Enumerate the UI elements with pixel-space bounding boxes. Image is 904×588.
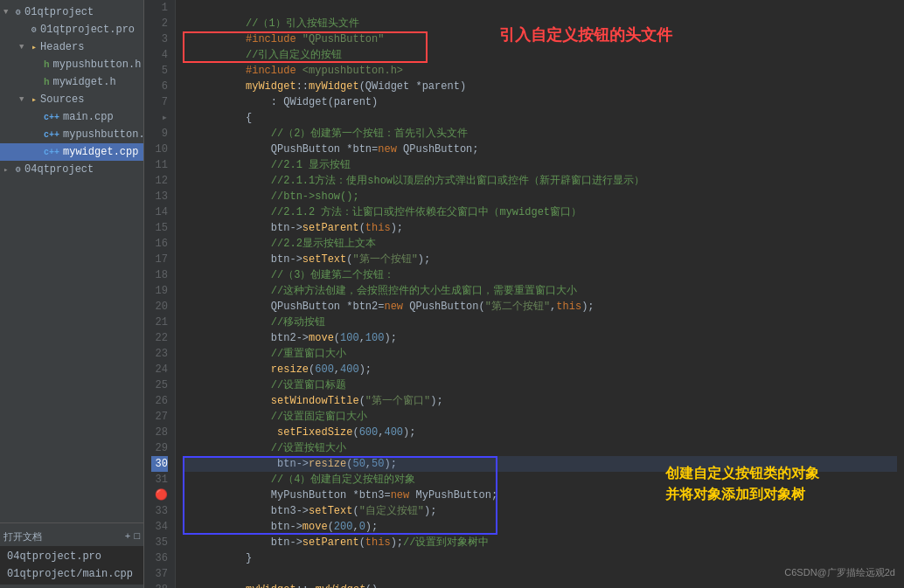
tree-item-mypushbutton-h[interactable]: h mypushbutton.h: [0, 56, 143, 73]
ln-21: 21: [151, 315, 168, 330]
code-line-12: //btn->show();: [183, 173, 897, 189]
tree-item-headers[interactable]: ▼ ▸ Headers: [0, 38, 143, 56]
code-line-13: //2.1.2 方法：让窗口或控件依赖在父窗口中（mywidget窗口）: [183, 189, 897, 204]
file-tree: ▼ ⚙ 01qtproject ⚙ 01qtproject.pro ▼ ▸ He…: [0, 0, 143, 522]
ln-3: 3: [151, 31, 168, 47]
code-line-23: resize(600,400);: [183, 346, 897, 362]
open-docs-list: 04qtproject.pro 01qtproject/main.cpp: [0, 546, 143, 585]
tree-item-label: Sources: [40, 93, 84, 106]
code-line-7: {: [183, 94, 897, 110]
code-line-3: //引入自定义的按钮: [183, 31, 897, 47]
open-doc-item-2[interactable]: 01qtproject/main.cpp: [0, 565, 143, 583]
tree-item-label: mypushbutton.h: [53, 59, 142, 71]
code-line-25: setWindowTitle("第一个窗口");: [183, 377, 897, 393]
doc-label: 01qtproject/main.cpp: [7, 568, 133, 580]
ln-16: 16: [151, 236, 168, 252]
code-line-18: //这种方法创建，会按照控件的大小生成窗口，需要重置窗口大小: [183, 267, 897, 283]
ln-12: 12: [151, 173, 168, 189]
ln-18: 18: [151, 267, 168, 283]
ln-32: 🔴: [151, 488, 168, 503]
ln-15: 15: [151, 220, 168, 236]
doc-label: 04qtproject.pro: [7, 550, 101, 563]
cpp-icon: c++: [44, 113, 59, 122]
code-line-38: ▸ myWidget::~myWidget(): [183, 582, 897, 588]
code-line-32: btn3->setText("自定义按钮");: [183, 488, 897, 503]
code-line-4: #include <mypushbutton.h>: [183, 47, 897, 63]
folder-icon: ▸: [31, 94, 37, 105]
ln-33: 33: [151, 503, 168, 519]
watermark: C6SDN@广罗描绘远观2d: [784, 566, 895, 579]
ln-25: 25: [151, 377, 168, 393]
ln-26: 26: [151, 393, 168, 409]
tree-item-mypushbutton-cpp[interactable]: c++ mypushbutton.cpp: [0, 126, 143, 143]
ln-28: 28: [151, 425, 168, 440]
code-line-26: //设置固定窗口大小: [183, 393, 897, 409]
arrow-icon: ▼: [19, 43, 31, 52]
ln-5: 5: [151, 63, 168, 79]
tree-item-pro[interactable]: ⚙ 01qtproject.pro: [0, 21, 143, 38]
code-line-8: //（2）创建第一个按钮：首先引入头文件: [183, 110, 897, 126]
ln-14: 14: [151, 204, 168, 220]
tree-item-04qtproject[interactable]: ▸ ⚙ 04qtproject: [0, 161, 143, 178]
ln-31: 31: [151, 472, 168, 488]
code-line-11: //2.1.1方法：使用show以顶层的方式弹出窗口或控件（新开辟窗口进行显示）: [183, 157, 897, 173]
ln-30: 30: [151, 456, 168, 472]
code-line-33: btn->move(200,0);: [183, 503, 897, 519]
code-editor: 1 2 3 4 5 6 7 ▸ 9 10 11 12 13 14 15 16 1…: [144, 0, 904, 588]
code-lines[interactable]: //（1）引入按钮头文件 #include "QPushButton" //引入…: [176, 0, 904, 588]
code-line-19: QPushButton *btn2=new QPushButton("第二个按钮…: [183, 283, 897, 299]
add-doc-button[interactable]: +: [125, 531, 131, 542]
h-icon: h: [44, 77, 50, 87]
ln-35: 35: [151, 535, 168, 550]
code-line-14: btn->setParent(this);: [183, 204, 897, 220]
tree-item-sources[interactable]: ▼ ▸ Sources: [0, 91, 143, 108]
code-content: 1 2 3 4 5 6 7 ▸ 9 10 11 12 13 14 15 16 1…: [144, 0, 904, 588]
tree-item-label: 04qtproject: [24, 163, 94, 176]
ln-1: 1: [151, 0, 168, 16]
ln-9: 9: [151, 126, 168, 142]
tree-item-mywidget-cpp[interactable]: c++ mywidget.cpp: [0, 143, 143, 161]
tree-item-label: main.cpp: [63, 111, 114, 123]
ln-10: 10: [151, 142, 168, 157]
ln-38: 38: [151, 582, 168, 588]
ln-19: 19: [151, 283, 168, 299]
ln-22: 22: [151, 330, 168, 346]
ln-29: 29: [151, 440, 168, 456]
project-icon: ⚙: [16, 164, 21, 175]
ln-37: 37: [151, 566, 168, 582]
sidebar: ▼ ⚙ 01qtproject ⚙ 01qtproject.pro ▼ ▸ He…: [0, 0, 144, 588]
code-line-35: }: [183, 535, 897, 550]
bottom-panel-header: 打开文档 + □: [0, 527, 143, 546]
code-line-27: setFixedSize(600,400);: [183, 409, 897, 425]
code-line-31: MyPushButton *btn3=new MyPushButton;: [183, 472, 897, 488]
open-doc-item-1[interactable]: 04qtproject.pro: [0, 548, 143, 565]
code-line-10: //2.1 显示按钮: [183, 142, 897, 157]
tree-item-main-cpp[interactable]: c++ main.cpp: [0, 108, 143, 126]
tree-item-label: 01qtproject: [24, 6, 94, 18]
tree-item-label: mypushbutton.cpp: [63, 128, 143, 141]
code-line-15: //2.2显示按钮上文本: [183, 220, 897, 236]
tree-item-label: 01qtproject.pro: [40, 24, 135, 36]
code-lines-wrapper: //（1）引入按钮头文件 #include "QPushButton" //引入…: [176, 0, 904, 588]
code-line-30: //（4）创建自定义按钮的对象: [183, 456, 897, 472]
code-line-9: QPushButton *btn=new QPushButton;: [183, 126, 897, 142]
split-doc-button[interactable]: □: [134, 531, 140, 542]
code-line-2: #include "QPushButton": [183, 16, 897, 31]
code-line-22: //重置窗口大小: [183, 330, 897, 346]
ln-23: 23: [151, 346, 168, 362]
code-line-36: [183, 550, 897, 566]
tree-item-mywidget-h[interactable]: h mywidget.h: [0, 73, 143, 91]
ln-11: 11: [151, 157, 168, 173]
folder-icon: ▸: [31, 42, 37, 52]
tree-item-label: mywidget.cpp: [63, 146, 138, 158]
code-line-24: //设置窗口标题: [183, 362, 897, 377]
arrow-icon: ▼: [3, 8, 16, 17]
code-line-6: : QWidget(parent): [183, 79, 897, 94]
ln-2: 2: [151, 16, 168, 31]
tree-item-label: mywidget.h: [53, 76, 116, 88]
ln-8: ▸: [151, 110, 168, 126]
arrow-icon: ▼: [19, 95, 31, 104]
cpp-icon: c++: [44, 148, 59, 157]
tree-item-01qtproject[interactable]: ▼ ⚙ 01qtproject: [0, 3, 143, 21]
bottom-panel-title: 打开文档: [3, 530, 125, 543]
